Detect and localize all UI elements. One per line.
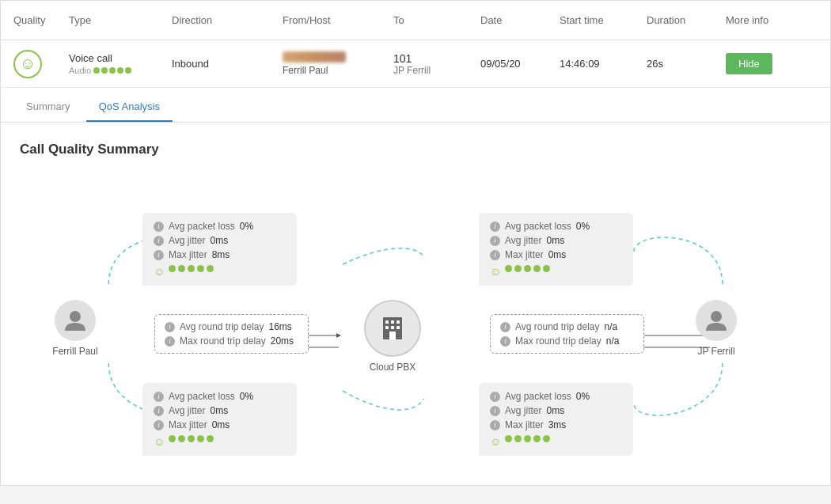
left-rtt-box: i Avg round trip delay 16ms i Max round … xyxy=(154,314,309,354)
stats-value: 0% xyxy=(576,221,600,232)
stats-label: Avg jitter xyxy=(505,235,541,246)
stats-row: i Avg packet loss 0% xyxy=(490,221,622,232)
info-icon: i xyxy=(165,322,175,332)
rtt-row: i Max round trip delay 20ms xyxy=(165,335,298,347)
type-label: Voice call xyxy=(69,52,172,64)
date-value: 09/05/20 xyxy=(480,58,521,70)
left-person-name: Ferrill Paul xyxy=(52,346,97,357)
stats-row: i Avg jitter 0ms xyxy=(490,235,622,246)
left-bottom-stats: i Avg packet loss 0% i Avg jitter 0ms i … xyxy=(142,383,297,456)
rtt-avg-label: Avg round trip delay xyxy=(180,321,264,332)
direction-value: Inbound xyxy=(172,58,209,70)
rtt-avg-val: n/a xyxy=(605,321,628,332)
stats-value: 0ms xyxy=(210,405,233,416)
info-icon: i xyxy=(500,322,510,332)
section-title: Call Quality Summary xyxy=(20,142,811,157)
to-extension: 101 xyxy=(393,52,480,65)
building-icon xyxy=(378,314,407,343)
svg-rect-7 xyxy=(391,320,394,324)
tab-qos[interactable]: QoS Analysis xyxy=(86,93,173,122)
rtt-row: i Avg round trip delay n/a xyxy=(500,321,634,332)
tab-summary[interactable]: Summary xyxy=(13,93,83,122)
stats-label: Max jitter xyxy=(169,249,207,260)
left-person-node: Ferrill Paul xyxy=(44,300,107,357)
col-date-header: Date xyxy=(480,14,560,26)
type-sub: Audio xyxy=(69,66,172,75)
moreinfo-cell: Hide xyxy=(726,53,813,74)
info-icon: i xyxy=(165,336,175,347)
table-row: ☺ Voice call Audio Inbound Ferrill Paul … xyxy=(1,40,830,88)
col-starttime-header: Start time xyxy=(560,14,647,26)
right-top-stats: i Avg packet loss 0% i Avg jitter 0ms i … xyxy=(479,213,633,286)
right-person-node: JP Ferrill xyxy=(685,300,748,357)
stats-label: Avg jitter xyxy=(169,405,205,416)
stats-label: Avg packet loss xyxy=(505,391,571,402)
stats-value: 3ms xyxy=(548,419,572,430)
stats-value: 0% xyxy=(240,391,264,402)
stats-quality-indicator: ☺ xyxy=(490,265,622,278)
info-icon: i xyxy=(490,236,500,246)
col-quality-header: Quality xyxy=(13,14,69,26)
quality-cell: ☺ xyxy=(13,50,69,78)
left-top-stats: i Avg packet loss 0% i Avg jitter 0ms i … xyxy=(142,213,297,286)
info-icon: i xyxy=(154,250,164,260)
right-person-name: JP Ferrill xyxy=(697,346,734,357)
info-icon: i xyxy=(490,420,500,430)
stats-value: 0ms xyxy=(548,249,572,260)
stats-quality-indicator: ☺ xyxy=(154,435,286,448)
table-header: Quality Type Direction From/Host To Date… xyxy=(1,1,830,40)
stats-row: i Avg jitter 0ms xyxy=(154,235,286,246)
stats-label: Avg packet loss xyxy=(505,221,571,232)
from-host-image xyxy=(283,51,346,63)
left-person-avatar xyxy=(55,300,96,341)
tabs-bar: Summary QoS Analysis xyxy=(1,88,830,123)
svg-rect-12 xyxy=(389,332,396,339)
hide-button[interactable]: Hide xyxy=(726,53,772,74)
stats-value: 0ms xyxy=(546,235,570,246)
col-direction-header: Direction xyxy=(172,14,283,26)
smiley-icon: ☺ xyxy=(154,435,165,448)
stats-value: 8ms xyxy=(212,249,236,260)
starttime-cell: 14:46:09 xyxy=(560,58,647,70)
right-person-avatar xyxy=(696,300,737,341)
smiley-icon: ☺ xyxy=(490,435,501,448)
stats-row: i Avg jitter 0ms xyxy=(154,405,286,416)
col-fromhost-header: From/Host xyxy=(283,14,393,26)
stats-row: i Max jitter 8ms xyxy=(154,249,286,260)
stats-value: 0ms xyxy=(546,405,570,416)
cloud-pbx-node: Cloud PBX xyxy=(364,300,421,373)
type-cell: Voice call Audio xyxy=(69,52,172,75)
right-bottom-stats: i Avg packet loss 0% i Avg jitter 0ms i … xyxy=(479,383,633,456)
info-icon: i xyxy=(490,250,500,260)
smiley-icon: ☺ xyxy=(154,265,165,278)
stats-label: Max jitter xyxy=(169,419,207,430)
right-rtt-box: i Avg round trip delay n/a i Max round t… xyxy=(490,314,644,354)
fromhost-cell: Ferrill Paul xyxy=(283,51,393,76)
stats-row: i Avg packet loss 0% xyxy=(154,391,286,402)
info-icon: i xyxy=(154,406,164,416)
info-icon: i xyxy=(154,392,164,402)
stats-quality-indicator: ☺ xyxy=(154,265,286,278)
stats-row: i Avg jitter 0ms xyxy=(490,405,622,416)
stats-row: i Avg packet loss 0% xyxy=(154,221,286,232)
col-type-header: Type xyxy=(69,14,172,26)
stats-value: 0ms xyxy=(210,235,233,246)
stats-label: Avg jitter xyxy=(505,405,541,416)
info-icon: i xyxy=(500,336,510,347)
stats-row: i Max jitter 3ms xyxy=(490,419,622,430)
content-area: Call Quality Summary xyxy=(1,123,830,485)
info-icon: i xyxy=(490,392,500,402)
info-icon: i xyxy=(490,406,500,416)
duration-cell: 26s xyxy=(647,58,726,70)
rtt-row: i Avg round trip delay 16ms xyxy=(165,321,298,332)
stats-label: Max jitter xyxy=(505,419,544,430)
stats-row: i Max jitter 0ms xyxy=(154,419,286,430)
info-icon: i xyxy=(154,222,164,232)
rtt-max-val: n/a xyxy=(606,335,630,347)
cloud-pbx-label: Cloud PBX xyxy=(370,362,416,373)
col-moreinfo-header: More info xyxy=(726,14,813,26)
stats-row: i Avg packet loss 0% xyxy=(490,391,622,402)
stats-label: Max jitter xyxy=(505,249,544,260)
date-cell: 09/05/20 xyxy=(480,58,560,70)
to-cell: 101 JP Ferrill xyxy=(393,52,480,76)
